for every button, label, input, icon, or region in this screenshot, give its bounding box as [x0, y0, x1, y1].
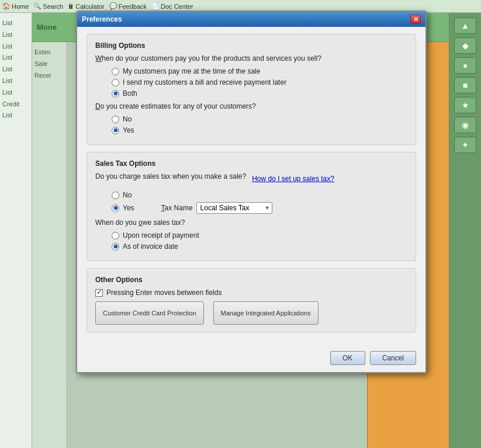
owed-radio-receipt[interactable]	[112, 232, 119, 239]
sidebar-item-9[interactable]: List	[2, 110, 29, 121]
estimates-option-yes[interactable]: Yes	[112, 126, 407, 134]
sales-tax-help-link[interactable]: How do I set up sales tax?	[252, 175, 334, 183]
sales-tax-radio-yes[interactable]	[112, 204, 119, 212]
right-icon-5[interactable]: ★	[454, 97, 476, 113]
billing-option-2-label: I send my customers a bill and receive p…	[123, 78, 286, 86]
billing-option-1-label: My customers pay me at the time of the s…	[123, 67, 260, 75]
left-nav-sale[interactable]: Sale	[34, 58, 64, 70]
sales-tax-question-row: Do you charge sales tax when you make a …	[95, 172, 407, 185]
tax-name-dropdown-wrapper: Local Sales Tax	[196, 202, 272, 214]
estimates-radio-no[interactable]	[112, 116, 119, 123]
sales-tax-radio-no[interactable]	[112, 192, 119, 199]
manage-integrated-apps-button[interactable]: Manage Integrated Applications	[213, 301, 319, 325]
owed-option-receipt[interactable]: Upon receipt of payment	[112, 231, 407, 239]
toolbar-search[interactable]: 🔍 Search	[33, 2, 63, 10]
other-options-buttons: Customer Credit Card Protection Manage I…	[95, 301, 407, 325]
billing-radio-3[interactable]	[112, 90, 119, 98]
billing-radio-1[interactable]	[112, 68, 119, 75]
sales-tax-no-label: No	[123, 191, 132, 199]
toolbar-feedback[interactable]: 💬 Feedback	[109, 2, 147, 10]
toolbar-calculator[interactable]: 🖩 Calculator	[68, 3, 105, 10]
toolbar-home[interactable]: 🏠 Home	[2, 2, 29, 10]
right-icon-6[interactable]: ◉	[454, 117, 476, 133]
owed-question: When do you owe sales tax?	[95, 218, 407, 227]
left-nav-recei[interactable]: Recei	[34, 70, 64, 82]
sidebar-right: ▲ ◆ ● ■ ★ ◉ ✦	[449, 13, 481, 448]
billing-section-title: Billing Options	[95, 41, 407, 50]
tax-name-dropdown[interactable]: Local Sales Tax	[196, 202, 272, 214]
estimates-no-label: No	[123, 115, 132, 123]
owed-receipt-label: Upon receipt of payment	[123, 231, 199, 239]
right-icon-3[interactable]: ●	[454, 57, 476, 74]
sales-tax-question: Do you charge sales tax when you make a …	[95, 172, 246, 180]
right-icon-1[interactable]: ▲	[454, 18, 476, 34]
preferences-dialog: Preferences ✕ Billing Options When do yo…	[76, 11, 427, 373]
left-nav-estim[interactable]: Estim	[34, 47, 64, 58]
enter-checkbox-item[interactable]: Pressing Enter moves between fields	[95, 289, 407, 297]
dialog-title: Preferences	[82, 15, 122, 23]
dialog-titlebar: Preferences ✕	[77, 12, 425, 27]
sales-tax-no[interactable]: No	[112, 191, 407, 199]
sidebar-item-8[interactable]: Credit	[2, 99, 29, 110]
sidebar-item-2[interactable]: List	[2, 29, 29, 41]
sidebar-left: List List List List List List List Credi…	[0, 13, 32, 448]
billing-option-3-label: Both	[123, 89, 137, 98]
sales-tax-yes-label: Yes	[123, 204, 134, 212]
right-icon-7[interactable]: ✦	[454, 137, 476, 153]
right-icon-4[interactable]: ■	[454, 77, 476, 93]
dialog-body: Billing Options When do your customers p…	[77, 27, 425, 346]
sales-tax-section: Sales Tax Options Do you charge sales ta…	[86, 152, 416, 261]
estimates-radio-group: No Yes	[112, 115, 407, 134]
owed-radio-invoice[interactable]	[112, 243, 119, 251]
billing-question: When do your customers pay you for the p…	[95, 54, 407, 62]
sidebar-item-3[interactable]: List	[2, 41, 29, 53]
other-section: Other Options Pressing Enter moves betwe…	[86, 268, 416, 332]
credit-card-protection-button[interactable]: Customer Credit Card Protection	[95, 301, 204, 325]
left-nav: Estim Sale Recei	[32, 42, 67, 448]
enter-checkbox-label: Pressing Enter moves between fields	[106, 289, 222, 297]
ok-button[interactable]: OK	[330, 351, 365, 365]
enter-checkbox[interactable]	[95, 289, 103, 297]
dialog-footer: OK Cancel	[77, 346, 425, 372]
billing-option-1[interactable]: My customers pay me at the time of the s…	[112, 67, 407, 75]
billing-radio-2[interactable]	[112, 79, 119, 86]
estimates-question: Do you create estimates for any of your …	[95, 102, 407, 110]
dialog-close-button[interactable]: ✕	[410, 15, 421, 24]
sales-tax-title: Sales Tax Options	[95, 159, 407, 168]
billing-option-2[interactable]: I send my customers a bill and receive p…	[112, 78, 407, 86]
owed-option-invoice[interactable]: As of invoice date	[112, 242, 407, 251]
sidebar-item-1[interactable]: List	[2, 18, 29, 29]
toolbar-doccenter[interactable]: 📄 Doc Center	[151, 2, 193, 10]
right-icon-2[interactable]: ◆	[454, 37, 476, 54]
estimates-option-no[interactable]: No	[112, 115, 407, 123]
estimates-yes-label: Yes	[123, 126, 134, 134]
sidebar-item-4[interactable]: List	[2, 52, 29, 64]
billing-section: Billing Options When do your customers p…	[86, 34, 416, 145]
estimates-radio-yes[interactable]	[112, 127, 119, 134]
sidebar-item-7[interactable]: List	[2, 87, 29, 99]
cancel-button[interactable]: Cancel	[370, 351, 416, 365]
sales-tax-radio-group: No Yes Tax Name Local Sales Tax	[112, 191, 407, 214]
sidebar-item-5[interactable]: List	[2, 64, 29, 75]
other-section-title: Other Options	[95, 276, 407, 284]
owed-radio-group: Upon receipt of payment As of invoice da…	[112, 231, 407, 251]
owed-invoice-label: As of invoice date	[123, 242, 178, 251]
sidebar-item-6[interactable]: List	[2, 75, 29, 87]
sales-tax-yes[interactable]: Yes Tax Name Local Sales Tax	[112, 202, 407, 214]
tax-name-label: Tax Name	[161, 204, 193, 212]
billing-option-3[interactable]: Both	[112, 89, 407, 98]
billing-radio-group: My customers pay me at the time of the s…	[112, 67, 407, 98]
